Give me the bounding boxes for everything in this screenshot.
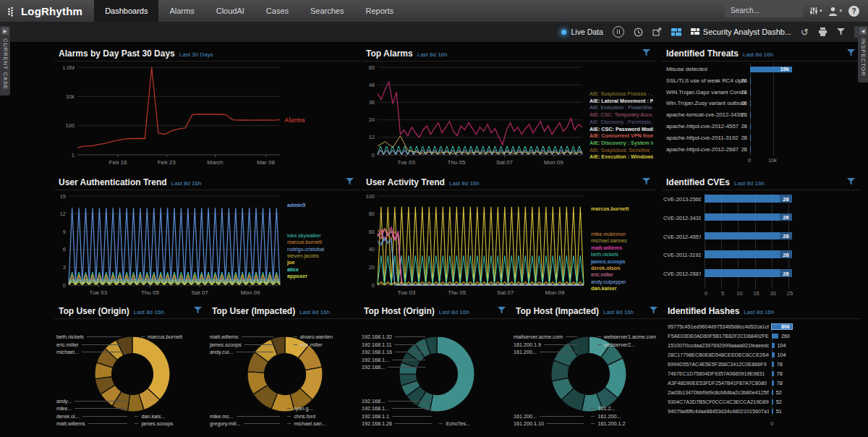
undo-icon[interactable]: ↺ (801, 27, 809, 37)
donut-label[interactable]: 161.200... (514, 349, 577, 355)
donut-label[interactable]: derek.ol... (56, 413, 127, 420)
legend-item[interactable]: admin5 (287, 202, 357, 208)
donut-label[interactable]: beth.nickels (56, 334, 121, 340)
hash-row-label[interactable]: F5AE03DE0AD60F5B17B82F2CD68402FE (668, 333, 769, 339)
tab-alarms[interactable]: Alarms (158, 0, 205, 22)
threat-bar[interactable] (750, 77, 751, 84)
current-case-tab[interactable]: ▶ CURRENT CASE (0, 26, 10, 96)
filter-icon[interactable] (650, 307, 658, 314)
hash-row-label[interactable]: 6994D557AC4E5E5F358C3412C0E866F9 (668, 361, 769, 368)
hash-row-label[interactable]: 95775c451ed9604d9753465d8cc4d52ca1cb58..… (668, 323, 769, 330)
cve-row-label[interactable]: CVE-2011-3192 (663, 252, 701, 258)
legend-item[interactable]: rodrigo.cristobal (287, 246, 357, 253)
legend-item[interactable]: matt.willems (591, 245, 653, 251)
donut-label[interactable]: 161.200... (514, 413, 584, 420)
donut-label[interactable]: webserver2... (597, 341, 635, 348)
legend-item[interactable]: james.scoops (591, 258, 653, 265)
donut-label[interactable]: michael.san... (287, 420, 326, 427)
donut-label[interactable]: james.scoops (135, 420, 173, 427)
logrhythm-logo[interactable]: LogRhythm (0, 5, 94, 17)
legend-item[interactable]: marcus.burnett (591, 205, 653, 212)
legend-item[interactable]: AIE: Discovery : System In... (590, 140, 653, 146)
donut-label[interactable]: marcus.burnett (141, 334, 182, 340)
donut-label[interactable]: eric.miller (56, 341, 121, 348)
legend-item[interactable]: eric.miller (591, 271, 653, 278)
donut-label[interactable]: EchoTes... (439, 420, 470, 427)
threat-bar[interactable] (750, 146, 751, 153)
donut-label[interactable]: 161.200... (591, 413, 621, 420)
donut-label[interactable]: webserver1.acme.com (597, 334, 656, 340)
search-input[interactable]: Search... (725, 4, 803, 17)
hash-bar[interactable] (772, 381, 774, 386)
legend-item[interactable]: michael.sannes (591, 237, 653, 244)
filter-icon[interactable] (847, 49, 855, 56)
donut-label[interactable]: 161.200.1.10 (514, 420, 584, 427)
donut-label[interactable]: mike... (56, 405, 127, 412)
filter-icon[interactable] (194, 307, 202, 314)
donut-label[interactable]: 192.168.1.16 (362, 349, 425, 355)
legend-item[interactable]: steven.jacobs (287, 253, 357, 259)
donut-label[interactable]: 192.168.1.32 (362, 334, 425, 340)
filter-icon[interactable] (642, 49, 650, 56)
threat-bar[interactable] (750, 124, 751, 130)
threat-bar[interactable] (750, 135, 751, 141)
legend-item[interactable]: beth.nickels (591, 251, 653, 258)
donut-slice[interactable] (132, 336, 170, 400)
legend-item[interactable]: AIE: CSC: Temporary Acco... (590, 111, 653, 118)
donut-label[interactable]: andy.cul... (210, 349, 273, 355)
help-icon[interactable]: ? (848, 6, 859, 17)
legend-item[interactable]: dan.kaiser (591, 285, 653, 292)
threat-bar[interactable] (750, 112, 751, 119)
legend-item[interactable]: AIE: Discovery : Permissio... (590, 119, 653, 125)
pause-button[interactable] (613, 26, 624, 38)
hash-bar[interactable] (772, 390, 773, 396)
hash-row-label[interactable]: 1510070ccdaa2397692999aaaa921feaeedcf0..… (668, 342, 769, 349)
dashboard-layout-icon[interactable] (671, 28, 681, 36)
donut-label[interactable]: ryan.g... (287, 405, 312, 412)
hash-row-label[interactable]: 7467EC1D75804DF9357A0660919E9831 (668, 370, 769, 377)
donut-label[interactable]: 161.200.1.2 (591, 420, 625, 427)
donut-label[interactable]: gregory.mill... (210, 420, 280, 427)
donut-label[interactable]: 192.168.1.1 (362, 413, 432, 420)
filter-icon[interactable] (642, 178, 650, 185)
filter-icon[interactable] (837, 28, 845, 35)
hash-bar[interactable] (772, 352, 775, 358)
legend-item[interactable]: marcus.burnett (287, 239, 357, 245)
donut-label[interactable]: michael... (56, 349, 121, 355)
legend-item[interactable]: appuser (287, 273, 357, 279)
threat-bar[interactable] (750, 89, 751, 96)
donut-label[interactable]: matt.willems (56, 420, 127, 427)
clock-icon[interactable] (634, 27, 643, 37)
legend-item[interactable]: alice (287, 266, 357, 273)
hash-bar[interactable] (772, 343, 775, 349)
hash-bar[interactable] (772, 334, 778, 339)
legend-item[interactable]: AIE: Execution : Windows... (590, 153, 653, 160)
hash-bar[interactable] (772, 409, 773, 415)
hash-row-label[interactable]: 28C17798ECB0E8D548CEEDEC6CCE2640 (668, 352, 769, 358)
donut-label[interactable]: 161.2... (591, 405, 615, 412)
tab-dashboards[interactable]: Dashboards (94, 0, 158, 22)
donut-label[interactable]: 192.168.1... (362, 405, 432, 412)
dashboard-selector[interactable]: Security Analyst Dashb... (691, 27, 791, 36)
filter-icon[interactable] (498, 307, 506, 314)
legend-item[interactable]: AIE: Execution : PowerShe... (590, 104, 653, 111)
cve-row-label[interactable]: CVE-2013-2566 (663, 196, 701, 203)
legend-item[interactable]: andy.culpepper (591, 279, 653, 285)
user-menu[interactable]: ▾ (828, 7, 842, 16)
donut-label[interactable]: eric.miller (294, 341, 323, 348)
legend-item[interactable]: AIE: Lateral Movement : P... (590, 98, 653, 104)
cve-row-label[interactable]: CVE-2012-4557 (663, 234, 701, 240)
legend-item[interactable]: luke.skywalker (287, 232, 357, 239)
global-filter-menu[interactable]: ▾ (809, 7, 822, 15)
hash-row-label[interactable]: 9407fad6ffc4dae88453d34c48021015607a1e..… (668, 408, 769, 415)
donut-label[interactable]: mike.mc... (210, 413, 280, 420)
filter-icon[interactable] (847, 178, 855, 185)
hash-bar[interactable] (772, 371, 774, 377)
donut-label[interactable]: james.scoops (210, 341, 273, 348)
print-icon[interactable] (818, 27, 827, 36)
legend-item[interactable]: derek.olson (591, 265, 653, 271)
cve-row-label[interactable]: CVE-2012-3439 (663, 215, 701, 221)
legend-item[interactable]: AIE: CSC: Password Modif... (590, 126, 653, 132)
tab-cloudai[interactable]: CloudAI (205, 0, 255, 22)
donut-label[interactable]: 192.168... (362, 364, 425, 370)
